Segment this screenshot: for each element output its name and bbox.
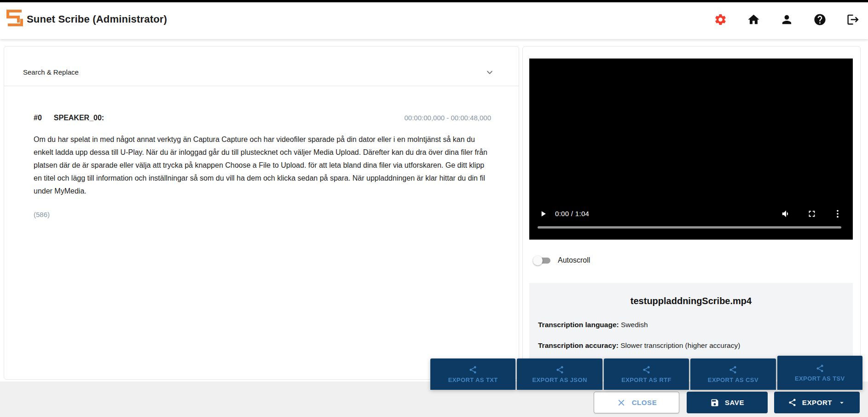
export-as-tsv-button[interactable]: EXPORT AS TSV xyxy=(777,356,862,390)
segment-speaker[interactable]: SPEAKER_00: xyxy=(54,114,104,122)
video-progress-bar[interactable] xyxy=(538,226,841,229)
transcript-panel: Search & Replace #0 SPEAKER_00: 00:00:00… xyxy=(4,46,519,380)
close-button[interactable]: CLOSE xyxy=(594,392,679,413)
export-as-json-button[interactable]: EXPORT AS JSON xyxy=(517,358,602,390)
settings-gear-icon[interactable] xyxy=(713,12,727,26)
save-button-label: SAVE xyxy=(725,399,744,406)
video-time: 0:00 / 1:04 xyxy=(555,210,589,217)
autoscroll-toggle[interactable] xyxy=(533,255,551,266)
export-as-tsv-label: EXPORT AS TSV xyxy=(795,375,845,382)
toggle-thumb xyxy=(533,256,543,265)
share-icon xyxy=(469,365,477,374)
video-player[interactable]: 0:00 / 1:04 xyxy=(529,59,853,240)
export-as-rtf-button[interactable]: EXPORT AS RTF xyxy=(604,358,689,390)
profile-person-icon[interactable] xyxy=(780,12,793,26)
media-filename: testuppladdningScribe.mp4 xyxy=(529,296,853,306)
share-icon xyxy=(642,365,651,374)
fullscreen-icon[interactable] xyxy=(807,209,817,219)
logout-icon[interactable] xyxy=(846,12,860,26)
export-menu-popup: EXPORT AS TXT EXPORT AS JSON EXPORT AS R… xyxy=(430,356,862,390)
chevron-down-icon[interactable] xyxy=(484,67,495,78)
export-as-csv-label: EXPORT AS CSV xyxy=(708,376,758,383)
language-value: Swedish xyxy=(619,321,648,329)
header-icon-bar xyxy=(713,12,860,26)
video-controls-right xyxy=(781,209,843,219)
caret-down-icon xyxy=(838,399,846,407)
transcription-language-row: Transcription language: Swedish xyxy=(538,321,648,329)
save-floppy-icon xyxy=(710,398,719,407)
video-controls: 0:00 / 1:04 xyxy=(529,207,853,221)
transcription-accuracy-row: Transcription accuracy: Slower transcrip… xyxy=(538,341,740,350)
language-label: Transcription language: xyxy=(538,321,619,329)
export-as-txt-button[interactable]: EXPORT AS TXT xyxy=(430,358,515,390)
accuracy-label: Transcription accuracy: xyxy=(538,341,619,349)
share-icon xyxy=(788,398,797,407)
autoscroll-row: Autoscroll xyxy=(533,251,590,270)
export-as-rtf-label: EXPORT AS RTF xyxy=(621,376,671,383)
segment-number: #0 xyxy=(34,114,42,122)
share-icon xyxy=(729,365,737,374)
more-options-icon[interactable] xyxy=(833,209,843,219)
media-panel: 0:00 / 1:04 Autoscroll testuppladdningSc… xyxy=(522,46,861,380)
autoscroll-label: Autoscroll xyxy=(558,256,590,264)
segment-char-count: (586) xyxy=(34,211,50,218)
help-question-icon[interactable] xyxy=(813,12,827,26)
share-icon xyxy=(556,365,564,374)
search-replace-title: Search & Replace xyxy=(23,68,79,76)
home-icon[interactable] xyxy=(746,12,760,26)
app-header: Sunet Scribe (Administrator) xyxy=(0,2,868,39)
play-icon[interactable] xyxy=(538,209,548,218)
segment-header: #0 SPEAKER_00: 00:00:00,000 - 00:00:48,0… xyxy=(34,114,491,122)
search-replace-accordion[interactable]: Search & Replace xyxy=(4,47,519,86)
export-as-csv-button[interactable]: EXPORT AS CSV xyxy=(690,358,775,390)
close-button-label: CLOSE xyxy=(632,399,657,406)
export-button[interactable]: EXPORT xyxy=(774,392,860,413)
save-button[interactable]: SAVE xyxy=(687,392,768,413)
volume-icon[interactable] xyxy=(781,209,791,219)
export-as-json-label: EXPORT AS JSON xyxy=(532,376,587,383)
accuracy-value: Slower transcription (higher accuracy) xyxy=(619,341,740,349)
segment-text[interactable]: Om du har spelat in med något annat verk… xyxy=(34,133,488,198)
share-icon xyxy=(816,364,824,373)
export-as-txt-label: EXPORT AS TXT xyxy=(448,376,498,383)
top-black-strip xyxy=(0,0,868,2)
sunet-scribe-logo-icon xyxy=(6,9,23,27)
export-button-label: EXPORT xyxy=(802,399,832,406)
close-x-icon xyxy=(616,398,626,408)
page-title: Sunet Scribe (Administrator) xyxy=(27,13,167,25)
segment-timecode: 00:00:00,000 - 00:00:48,000 xyxy=(405,114,492,122)
